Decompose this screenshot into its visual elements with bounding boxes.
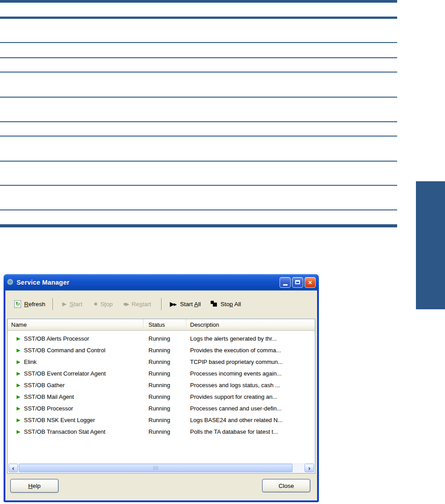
service-description: Processes and logs status, cash ... bbox=[186, 382, 315, 389]
refresh-button[interactable]: ↻ Refresh bbox=[14, 300, 45, 308]
running-triangle-icon: ▶ bbox=[17, 394, 20, 399]
start-label: Start bbox=[70, 301, 83, 308]
stop-icon: ■ bbox=[94, 301, 97, 307]
scroll-right-icon: › bbox=[308, 465, 310, 471]
service-status: Running bbox=[144, 382, 186, 389]
service-name: SST/OB Gather bbox=[24, 382, 64, 389]
table-rule bbox=[0, 97, 397, 98]
stop-all-icon bbox=[211, 301, 217, 307]
toolbar-separator bbox=[52, 298, 53, 310]
minimize-button[interactable] bbox=[280, 277, 291, 288]
column-header-description[interactable]: Description bbox=[186, 319, 315, 330]
table-row[interactable]: ▶SST/OB Mail AgentRunningProvides suppor… bbox=[8, 391, 315, 402]
service-status: Running bbox=[144, 428, 186, 435]
maximize-icon bbox=[295, 280, 300, 284]
service-status: Running bbox=[144, 370, 186, 377]
service-name: SST/OB Event Correlator Agent bbox=[24, 370, 106, 377]
stop-label: Stop bbox=[100, 301, 113, 308]
table-row[interactable]: ▶SST/OB Event Correlator AgentRunningPro… bbox=[8, 367, 315, 379]
table-rule-thick bbox=[0, 224, 397, 227]
start-all-icon: ▶▶ bbox=[170, 301, 177, 307]
service-name: SST/OB Processor bbox=[24, 405, 73, 412]
running-triangle-icon: ▶ bbox=[17, 371, 20, 376]
table-row[interactable]: ▶SST/OB Transaction Stat AgentRunningPol… bbox=[8, 426, 315, 437]
start-button[interactable]: ▶ Start bbox=[62, 301, 82, 308]
service-name: SST/OB Transaction Stat Agent bbox=[24, 428, 105, 435]
window-titlebar[interactable]: ⚙ Service Manager × bbox=[4, 274, 319, 290]
service-description: Processes incoming events again... bbox=[186, 370, 315, 377]
service-name: Elink bbox=[24, 359, 36, 365]
table-rule bbox=[0, 57, 397, 58]
service-rows: ▶SST/OB Alerts ProcessorRunningLogs the … bbox=[8, 331, 315, 437]
service-description: Processes canned and user-defin... bbox=[186, 405, 315, 412]
maximize-button[interactable] bbox=[292, 277, 303, 288]
table-row[interactable]: ▶SST/OB NSK Event LoggerRunningLogs BASE… bbox=[8, 414, 315, 426]
service-name: SST/OB Alerts Processor bbox=[24, 335, 89, 342]
stop-button[interactable]: ■ Stop bbox=[94, 301, 113, 308]
window-title: Service Manager bbox=[17, 279, 278, 286]
help-button[interactable]: Help bbox=[10, 479, 59, 493]
stop-all-button[interactable]: Stop All bbox=[211, 301, 241, 308]
close-window-button[interactable]: × bbox=[305, 277, 316, 288]
toolbar-separator bbox=[161, 298, 162, 310]
table-row[interactable]: ▶SST/OB ProcessorRunningProcesses canned… bbox=[8, 402, 315, 414]
stop-all-label: Stop All bbox=[220, 301, 241, 308]
service-description: Provides support for creating an... bbox=[186, 393, 315, 400]
service-description: Logs BASE24 and other related N... bbox=[186, 417, 315, 423]
scrollbar-thumb[interactable] bbox=[19, 464, 292, 472]
refresh-label: Refresh bbox=[24, 301, 45, 308]
service-name: SST/OB Command and Control bbox=[24, 347, 105, 354]
table-rule bbox=[0, 161, 397, 162]
service-manager-window: ⚙ Service Manager × ↻ Refresh ▶ Start ■ … bbox=[4, 274, 319, 502]
service-description: Polls the TA database for latest t... bbox=[186, 428, 315, 435]
service-name: SST/OB Mail Agent bbox=[24, 393, 74, 400]
close-label: Close bbox=[279, 483, 294, 489]
app-gear-icon: ⚙ bbox=[7, 278, 17, 286]
service-description: Logs the alerts generated by thr... bbox=[186, 335, 315, 342]
table-rule-thick bbox=[0, 17, 397, 19]
start-icon: ▶ bbox=[62, 301, 66, 307]
table-rule bbox=[0, 136, 397, 137]
service-status: Running bbox=[144, 417, 186, 423]
start-all-button[interactable]: ▶▶ Start All bbox=[170, 301, 201, 308]
scroll-left-icon: ‹ bbox=[12, 465, 14, 471]
table-rule bbox=[0, 72, 397, 73]
running-triangle-icon: ▶ bbox=[17, 406, 20, 411]
table-row[interactable]: ▶SST/OB GatherRunningProcesses and logs … bbox=[8, 379, 315, 391]
restart-button[interactable]: ■▶ Restart bbox=[123, 301, 151, 308]
start-all-label: Start All bbox=[180, 301, 201, 308]
running-triangle-icon: ▶ bbox=[17, 336, 20, 341]
refresh-icon: ↻ bbox=[14, 300, 21, 308]
column-header-status[interactable]: Status bbox=[144, 319, 186, 330]
table-row[interactable]: ▶SST/OB Alerts ProcessorRunningLogs the … bbox=[8, 333, 315, 344]
restart-icon: ■▶ bbox=[123, 302, 128, 307]
list-header: Name Status Description bbox=[8, 319, 315, 331]
service-status: Running bbox=[144, 405, 186, 412]
page: ⚙ Service Manager × ↻ Refresh ▶ Start ■ … bbox=[0, 0, 445, 504]
table-rule-thick bbox=[0, 0, 397, 3]
running-triangle-icon: ▶ bbox=[17, 418, 20, 423]
table-rule bbox=[0, 121, 397, 122]
running-triangle-icon: ▶ bbox=[17, 348, 20, 353]
horizontal-scrollbar[interactable]: ‹ › bbox=[8, 463, 314, 473]
service-status: Running bbox=[144, 359, 186, 365]
minimize-icon bbox=[283, 284, 288, 286]
table-rule bbox=[0, 209, 397, 210]
service-description: Provides the execution of comma... bbox=[186, 347, 315, 354]
scroll-right-button[interactable]: › bbox=[305, 464, 314, 472]
table-rule bbox=[0, 185, 397, 186]
table-row[interactable]: ▶ElinkRunningTCPIP based proprietary com… bbox=[8, 356, 315, 367]
column-header-name[interactable]: Name bbox=[8, 319, 144, 330]
restart-label: Restart bbox=[131, 301, 151, 308]
table-row[interactable]: ▶SST/OB Command and ControlRunningProvid… bbox=[8, 344, 315, 356]
table-rule bbox=[0, 42, 397, 43]
service-description: TCPIP based proprietary commun... bbox=[186, 359, 315, 365]
service-name: SST/OB NSK Event Logger bbox=[24, 417, 95, 423]
running-triangle-icon: ▶ bbox=[17, 359, 20, 364]
toolbar: ↻ Refresh ▶ Start ■ Stop ■▶ Restart ▶▶ S… bbox=[5, 294, 317, 314]
scroll-left-button[interactable]: ‹ bbox=[8, 464, 18, 472]
close-button[interactable]: Close bbox=[262, 479, 310, 492]
chapter-side-tab bbox=[416, 181, 445, 309]
service-status: Running bbox=[144, 393, 186, 400]
service-status: Running bbox=[144, 335, 186, 342]
